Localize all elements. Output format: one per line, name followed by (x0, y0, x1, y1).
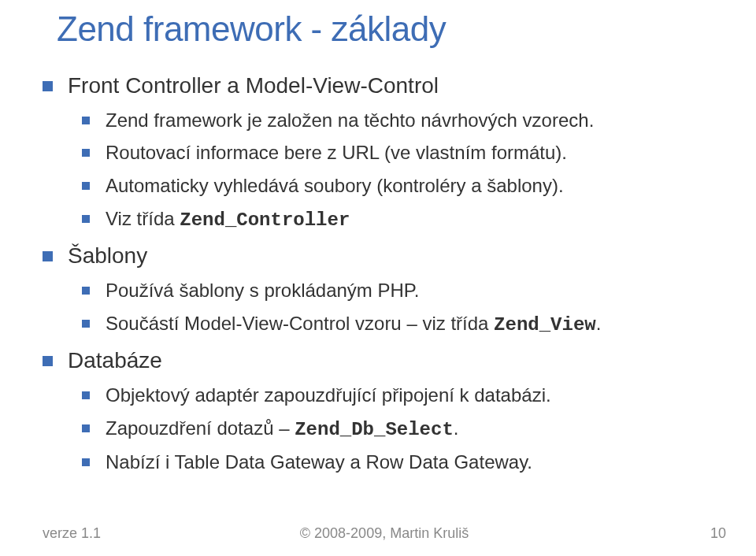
footer: verze 1.1 © 2008-2009, Martin Kruliš 10 (0, 525, 756, 542)
item-text: Součástí Model-View-Control vzoru – viz … (106, 313, 494, 334)
section-heading: Databáze (68, 348, 162, 373)
item-code: Zend_View (494, 314, 596, 335)
footer-version: verze 1.1 (43, 525, 101, 542)
slide-title: Zend framework - základy (57, 9, 756, 49)
list-item: Používá šablony s prokládaným PHP. (82, 277, 756, 304)
item-text: Zapouzdření dotazů – (106, 417, 295, 439)
list-item: Nabízí i Table Data Gateway a Row Data G… (82, 449, 756, 476)
item-text: Routovací informace bere z URL (ve vlast… (106, 142, 567, 163)
list-item: Zend framework je založen na těchto návr… (82, 107, 756, 134)
item-text: Používá šablony s prokládaným PHP. (106, 280, 419, 301)
list-item: Objektový adaptér zapouzdřující připojen… (82, 382, 756, 409)
sublist: Zend framework je založen na těchto návr… (82, 107, 756, 233)
section-heading: Šablony (68, 243, 147, 268)
section-databaze: Databáze Objektový adaptér zapouzdřující… (43, 346, 756, 476)
list-item: Automaticky vyhledává soubory (kontrolér… (82, 172, 756, 199)
list-item: Viz třída Zend_Controller (82, 206, 756, 234)
sublist: Objektový adaptér zapouzdřující připojen… (82, 382, 756, 476)
item-text: Objektový adaptér zapouzdřující připojen… (106, 384, 551, 406)
footer-page-number: 10 (710, 525, 726, 542)
item-code: Zend_Db_Select (295, 419, 454, 440)
section-sablony: Šablony Používá šablony s prokládaným PH… (43, 241, 756, 338)
item-text: Nabízí i Table Data Gateway a Row Data G… (106, 451, 532, 473)
list-item: Součástí Model-View-Control vzoru – viz … (82, 310, 756, 339)
item-text: Automaticky vyhledává soubory (kontrolér… (106, 175, 564, 196)
footer-copyright: © 2008-2009, Martin Kruliš (43, 525, 726, 542)
list-item: Routovací informace bere z URL (ve vlast… (82, 139, 756, 166)
section-heading: Front Controller a Model-View-Control (68, 73, 439, 98)
main-list: Front Controller a Model-View-Control Ze… (43, 71, 756, 476)
item-text: . (454, 417, 459, 439)
sublist: Používá šablony s prokládaným PHP. Součá… (82, 277, 756, 338)
item-code: Zend_Controller (180, 209, 350, 231)
item-text: Viz třída (106, 208, 180, 229)
item-text: . (596, 313, 602, 334)
section-front-controller: Front Controller a Model-View-Control Ze… (43, 71, 756, 233)
list-item: Zapouzdření dotazů – Zend_Db_Select. (82, 415, 756, 443)
item-text: Zend framework je založen na těchto návr… (106, 109, 594, 131)
